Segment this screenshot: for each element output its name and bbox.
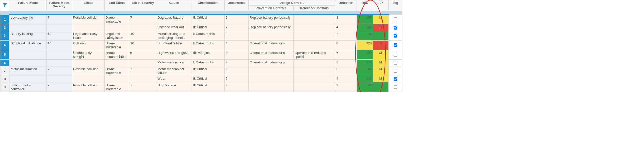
cell-prevention[interactable]: Operational instructions xyxy=(249,50,294,59)
cell-ap[interactable]: H xyxy=(373,24,388,31)
cell-tag[interactable] xyxy=(388,50,402,59)
cell-classification[interactable]: II: Critical xyxy=(192,24,225,31)
col-detection-controls[interactable]: Detection Controls xyxy=(294,6,335,11)
cell-occurrence[interactable]: 3 xyxy=(224,82,248,92)
cell-detection[interactable]: 6 xyxy=(335,59,357,66)
col-classification[interactable]: Classification xyxy=(192,0,225,11)
cell-failure-mode-severity[interactable]: 10 xyxy=(47,31,72,40)
tag-checkbox[interactable] xyxy=(394,17,397,21)
tag-checkbox[interactable] xyxy=(394,77,397,81)
cell-failure-mode[interactable]: Battery leaking xyxy=(9,31,47,40)
cell-end-effect[interactable]: Drone inoperable xyxy=(104,66,129,76)
row-number[interactable]: 3 xyxy=(0,31,9,40)
cell-detection-control[interactable] xyxy=(294,24,335,31)
cell-rpn[interactable]: 180 xyxy=(357,50,373,59)
cell-effect-severity[interactable]: 5 xyxy=(129,50,156,59)
cell-effect[interactable] xyxy=(72,59,104,66)
cell-effect-severity[interactable]: 7 xyxy=(129,82,156,92)
cell-classification[interactable]: II: Critical xyxy=(192,82,225,92)
cell-rpn[interactable]: 105 xyxy=(357,15,373,24)
col-detection[interactable]: Detection xyxy=(335,0,357,11)
cell-failure-mode[interactable]: Structural imbalance xyxy=(9,40,47,50)
cell-failure-mode-severity[interactable] xyxy=(47,76,72,82)
col-effect[interactable]: Effect xyxy=(72,0,104,11)
row-number[interactable]: 6 xyxy=(0,59,9,66)
cell-occurrence[interactable]: 3 xyxy=(224,50,248,59)
cell-failure-mode[interactable]: Low battery life xyxy=(9,15,47,24)
table-row[interactable]: 7Motor malfunction7Possible collisionDro… xyxy=(0,66,402,76)
cell-tag[interactable] xyxy=(388,76,402,82)
cell-end-effect[interactable]: Drone inoperable xyxy=(104,40,129,50)
cell-classification[interactable]: II: Critical xyxy=(192,15,225,24)
cell-detection-control[interactable] xyxy=(294,76,335,82)
cell-end-effect[interactable]: Drone inoperable xyxy=(104,15,129,24)
cell-detection[interactable]: 4 xyxy=(335,76,357,82)
col-ap[interactable]: AP xyxy=(373,0,388,11)
table-row[interactable]: 9Error in motor controller7Possible coll… xyxy=(0,82,402,92)
cell-classification[interactable]: III: Marginal xyxy=(192,50,225,59)
cell-ap[interactable]: M xyxy=(373,15,388,24)
cell-tag[interactable] xyxy=(388,15,402,24)
table-row[interactable]: 1Low battery life7Possible collisionDron… xyxy=(0,15,402,24)
table-row[interactable]: 4Structural imbalance10CollisionDrone in… xyxy=(0,40,402,50)
cell-rpn[interactable]: 84 xyxy=(357,66,373,76)
cell-prevention[interactable] xyxy=(249,82,294,92)
cell-effect-severity[interactable]: 7 xyxy=(129,66,156,76)
cell-rpn[interactable]: 320 xyxy=(357,40,373,50)
tag-checkbox[interactable] xyxy=(394,85,397,89)
tag-checkbox[interactable] xyxy=(394,43,397,47)
cell-ap[interactable]: M xyxy=(373,76,388,82)
cell-tag[interactable] xyxy=(388,66,402,76)
cell-effect-severity[interactable] xyxy=(129,24,156,31)
cell-failure-mode-severity[interactable]: 7 xyxy=(47,66,72,76)
cell-effect[interactable]: Possible collision xyxy=(72,15,104,24)
cell-occurrence[interactable]: 2 xyxy=(224,59,248,66)
cell-end-effect[interactable]: Drone uncontrollable xyxy=(104,50,129,59)
table-row[interactable]: 5Unable to fly straightDrone uncontrolla… xyxy=(0,50,402,59)
cell-classification[interactable]: I: Catastrophic xyxy=(192,40,225,50)
cell-rpn[interactable]: 196 xyxy=(357,24,373,31)
table-row[interactable]: 6Motor malfunctionI: Catastrophic2Operat… xyxy=(0,59,402,66)
cell-detection-control[interactable]: Operate at a reduced speed xyxy=(294,50,335,59)
cell-effect[interactable]: Possible collision xyxy=(72,82,104,92)
cell-failure-mode[interactable] xyxy=(9,59,47,66)
col-prevention-controls[interactable]: Prevention Controls xyxy=(249,6,294,11)
cell-occurrence[interactable]: 5 xyxy=(224,15,248,24)
cell-rpn[interactable]: 40 xyxy=(357,31,373,40)
cell-failure-mode[interactable]: Error in motor controller xyxy=(9,82,47,92)
cell-effect[interactable]: Unable to fly straight xyxy=(72,50,104,59)
col-effect-severity[interactable]: Effect Severity xyxy=(129,0,156,11)
cell-cause[interactable]: Wear xyxy=(156,76,192,82)
cell-failure-mode-severity[interactable]: 7 xyxy=(47,82,72,92)
cell-effect[interactable] xyxy=(72,76,104,82)
cell-effect[interactable] xyxy=(72,24,104,31)
cell-failure-mode-severity[interactable] xyxy=(47,59,72,66)
cell-prevention[interactable]: Replace battery periodically xyxy=(249,24,294,31)
cell-classification[interactable]: I: Catastrophic xyxy=(192,31,225,40)
cell-prevention[interactable]: Operational instructions xyxy=(249,40,294,50)
cell-cause[interactable]: Motor malfunction xyxy=(156,59,192,66)
cell-cause[interactable]: Structural failure xyxy=(156,40,192,50)
cell-ap[interactable]: L xyxy=(373,31,388,40)
cell-cause[interactable]: Manufacturing and packaging defects xyxy=(156,31,192,40)
cell-failure-mode[interactable] xyxy=(9,24,47,31)
cell-effect[interactable]: Collision xyxy=(72,40,104,50)
tag-checkbox[interactable] xyxy=(394,69,397,72)
cell-failure-mode[interactable]: Motor malfunction xyxy=(9,66,47,76)
cell-detection[interactable]: 4 xyxy=(335,24,357,31)
tag-checkbox[interactable] xyxy=(394,53,397,56)
cell-effect[interactable]: Legal and safety issue xyxy=(72,31,104,40)
row-number[interactable]: 1 xyxy=(0,15,9,24)
cell-detection[interactable]: 2 xyxy=(335,31,357,40)
tag-checkbox[interactable] xyxy=(394,26,397,29)
cell-failure-mode-severity[interactable] xyxy=(47,24,72,31)
tag-checkbox[interactable] xyxy=(394,61,397,64)
cell-detection-control[interactable] xyxy=(294,66,335,76)
col-failure-mode[interactable]: Failure Mode xyxy=(9,0,47,11)
cell-cause[interactable]: High voltage xyxy=(156,82,192,92)
row-number[interactable]: 5 xyxy=(0,50,9,59)
cell-detection[interactable]: 6 xyxy=(335,50,357,59)
cell-tag[interactable] xyxy=(388,31,402,40)
cell-ap[interactable]: H xyxy=(373,40,388,50)
cell-detection[interactable]: 6 xyxy=(335,66,357,76)
